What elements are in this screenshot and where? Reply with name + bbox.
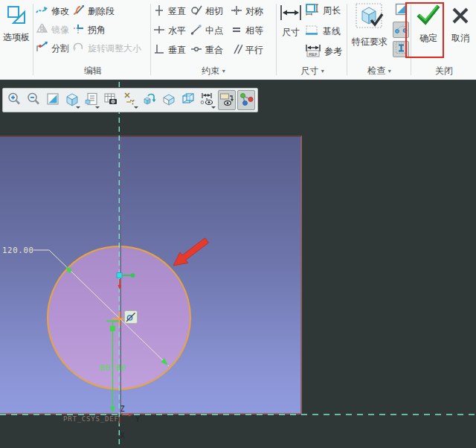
constraint-coincident-button[interactable]: 重合 [190,42,223,58]
group-edit: 修改 删除段 镜像 拐角 [34,0,152,80]
coincident-constraint-icon [190,43,202,57]
zoom-out-button[interactable] [25,90,42,110]
rotate-resize-button: 旋转调整大小 [72,40,141,57]
saved-views-icon [65,92,80,109]
sketch-display-icon [219,92,235,109]
graphics-area: 120.00 80.00 Z [0,80,476,448]
modify-icon [36,4,48,18]
palette-icon [5,4,28,28]
highlight-open-ends-icon [395,22,408,38]
corner-button[interactable]: 拐角 [72,22,106,38]
refit-icon [45,92,60,109]
diameter-dimension-value[interactable]: 120.00 [2,246,34,255]
delete-segment-icon [72,4,85,18]
perimeter-button[interactable]: 周长 [305,2,341,19]
screen-capture-icon [103,92,118,109]
svg-text:REF: REF [309,51,318,56]
csys-marker[interactable]: Z Y X [120,405,141,440]
baseline-icon [305,25,320,39]
chevron-down-icon: ▾ [388,68,391,74]
perimeter-icon [305,3,320,19]
zoom-out-icon [26,92,41,109]
close-icon [450,4,471,29]
pointer-arrow-annotation [173,238,208,266]
vertical-constraint-icon [153,4,165,19]
graphics-toolbar [2,88,258,112]
ribbon-separator [347,4,347,75]
palette-button[interactable]: 选项板 [1,4,32,44]
group-dimension: 尺寸 周长 基线 REF 参考 尺寸 ▾ [278,0,347,80]
parallel-constraint-icon [231,43,242,57]
group-close: 确定 取消 关闭 [412,0,476,80]
sketch-annotations: 120.00 80.00 Z [0,80,476,448]
sketch-display-toggle-button[interactable] [218,90,236,110]
constraint-symmetric-button[interactable]: 对称 [231,3,263,19]
divide-button[interactable]: 分割 [36,40,69,57]
symmetric-constraint-icon [231,4,242,19]
refit-button[interactable] [44,90,62,110]
constraint-equal-button[interactable]: 相等 [231,22,263,39]
divide-icon [36,42,48,55]
dimension-drag-handle[interactable] [110,326,115,331]
ribbon-separator [276,4,277,75]
group-inspect: 特征要求 检查 ▾ [348,0,411,80]
distance-dimension-value[interactable]: 80.00 [100,363,126,372]
highlight-open-ends-button[interactable] [393,22,409,38]
datum-display-button[interactable] [121,90,139,110]
saved-views-button[interactable] [63,90,81,110]
delete-segment-button[interactable]: 删除段 [72,3,115,19]
diameter-dimension-leader [33,250,169,366]
reorient-button[interactable] [141,90,158,110]
annotation-display-button[interactable] [199,90,216,110]
constraint-tangent-button[interactable]: 相切 [190,3,223,19]
check-icon [416,4,440,29]
modify-button[interactable]: 修改 [36,3,69,19]
constraints-group-label[interactable]: 约束 ▾ [152,65,275,77]
close-group-label: 关闭 [412,65,476,77]
constraint-vertical-button[interactable]: 竖直 [153,3,186,19]
group-constraints: 竖直 相切 对称 水平 中点 [152,0,275,80]
reference-dimension-icon: REF [305,44,321,60]
view-list-button[interactable] [83,90,100,110]
screen-capture-button[interactable] [102,90,120,110]
corner-icon [72,23,85,36]
equal-constraint-icon [231,24,242,38]
sketch-view-icon [238,92,254,109]
cancel-button[interactable]: 取消 [446,4,475,45]
zoom-in-button[interactable] [5,90,23,110]
display-style-icon [161,92,176,109]
modify-handle-chip[interactable] [125,311,138,324]
mirror-icon [36,23,48,36]
origin-marker[interactable] [117,273,135,290]
overlapping-geometry-button[interactable] [393,41,409,57]
dimension-icon [280,4,302,23]
perspective-button[interactable] [179,90,197,110]
feature-requirements-button[interactable]: 特征要求 [348,2,391,48]
horizontal-constraint-icon [153,24,165,38]
constraint-perpendicular-button[interactable]: 垂直 [153,42,186,58]
overlapping-geometry-icon [395,42,408,57]
group-palette: 选项板 [0,0,33,80]
shade-closed-loops-button[interactable] [393,2,409,19]
rotate-resize-icon [72,42,85,55]
perspective-icon [181,92,196,109]
chevron-down-icon: ▾ [222,68,225,74]
dimension-group-label[interactable]: 尺寸 ▾ [278,65,347,77]
dimension-button[interactable]: 尺寸 [278,4,303,39]
csys-name-label[interactable]: PRT_CSYS_DEF [63,415,119,423]
sketch-view-toggle-button[interactable] [237,90,255,110]
ok-button[interactable]: 确定 [414,4,443,45]
annotation-display-icon [199,92,216,109]
display-style-button[interactable] [160,90,178,110]
ribbon: 选项板 修改 删除段 镜像 [0,0,476,80]
baseline-button[interactable]: 基线 [305,23,341,39]
reference-dimension-button[interactable]: REF 参考 [305,43,342,60]
ribbon-separator [150,4,151,75]
ribbon-separator [411,4,411,75]
constraint-midpoint-button[interactable]: 中点 [190,22,223,39]
inspect-group-label[interactable]: 检查 ▾ [348,65,411,77]
constraint-parallel-button[interactable]: 平行 [231,42,263,58]
constraint-horizontal-button[interactable]: 水平 [153,22,186,39]
perpendicular-constraint-icon [153,43,165,57]
chevron-down-icon: ▾ [321,68,324,74]
